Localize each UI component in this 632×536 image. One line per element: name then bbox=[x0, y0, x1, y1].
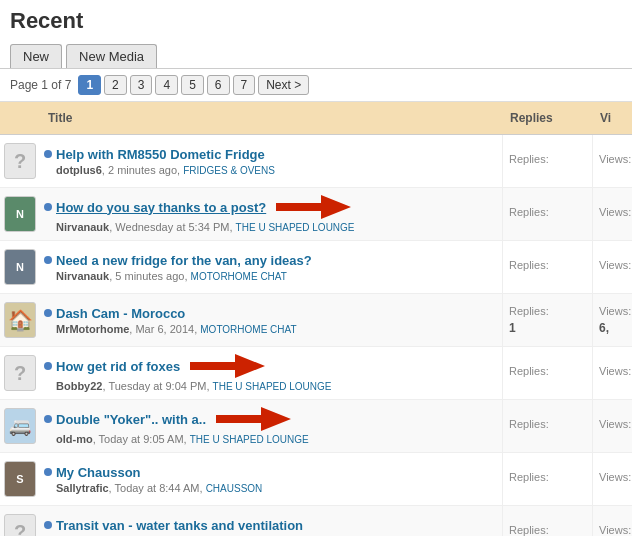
avatar: S bbox=[4, 461, 36, 497]
thread-author: Nirvanauk bbox=[56, 221, 109, 233]
views-col: Views: bbox=[592, 188, 632, 240]
thread-meta: Sallytrafic, Today at 8:44 AM, Chausson bbox=[44, 482, 494, 494]
table-row: 🏠Dash Cam - MoroccoMrMotorhome, Mar 6, 2… bbox=[0, 294, 632, 347]
status-dot bbox=[44, 521, 52, 529]
col-views: Vi bbox=[592, 107, 632, 129]
views-value: 6, bbox=[599, 321, 626, 335]
table-row: ?Help with RM8550 Dometic Fridgedotplus6… bbox=[0, 135, 632, 188]
thread-author: dotplus6 bbox=[56, 164, 102, 176]
replies-label: Replies: bbox=[509, 365, 586, 377]
thread-category: FRIDGES & OVENS bbox=[183, 165, 275, 176]
thread-info: Double "Yoker".. with a.. old-mo, Today … bbox=[40, 401, 502, 451]
page-btn-2[interactable]: 2 bbox=[104, 75, 127, 95]
thread-author: MrMotorhome bbox=[56, 323, 129, 335]
views-label: Views: bbox=[599, 206, 626, 218]
thread-title-link[interactable]: How do you say thanks to a post? bbox=[56, 200, 266, 215]
views-label: Views: bbox=[599, 418, 626, 430]
page-btn-6[interactable]: 6 bbox=[207, 75, 230, 95]
views-label: Views: bbox=[599, 471, 626, 483]
replies-col: Replies: bbox=[502, 188, 592, 240]
thread-author: old-mo bbox=[56, 433, 93, 445]
views-label: Views: bbox=[599, 365, 626, 377]
thread-title-link[interactable]: Transit van - water tanks and ventilatio… bbox=[56, 518, 303, 533]
col-avatar bbox=[0, 107, 40, 129]
arrow-indicator-icon bbox=[216, 407, 291, 431]
replies-label: Replies: bbox=[509, 206, 586, 218]
thread-category: THE U SHAPED LOUNGE bbox=[190, 434, 309, 445]
table-row: ?How get rid of foxes Bobby22, Tuesday a… bbox=[0, 347, 632, 400]
avatar-question-icon: ? bbox=[14, 362, 26, 385]
table-row: ?Transit van - water tanks and ventilati… bbox=[0, 506, 632, 536]
thread-time: Today at 9:05 AM bbox=[99, 433, 184, 445]
avatar: N bbox=[4, 196, 36, 232]
thread-title-link[interactable]: My Chausson bbox=[56, 465, 141, 480]
status-dot bbox=[44, 415, 52, 423]
thread-title-link[interactable]: Help with RM8550 Dometic Fridge bbox=[56, 147, 265, 162]
avatar-person-icon: N bbox=[5, 197, 35, 231]
page-btn-3[interactable]: 3 bbox=[130, 75, 153, 95]
status-dot bbox=[44, 256, 52, 264]
arrow-indicator-icon bbox=[276, 195, 351, 219]
page-btn-5[interactable]: 5 bbox=[181, 75, 204, 95]
status-dot bbox=[44, 309, 52, 317]
views-col: Views: bbox=[592, 347, 632, 399]
thread-time: Wednesday at 5:34 PM bbox=[115, 221, 229, 233]
svg-marker-1 bbox=[190, 354, 265, 378]
replies-col: Replies: bbox=[502, 453, 592, 505]
thread-meta: MrMotorhome, Mar 6, 2014, MOTORHOME CHAT bbox=[44, 323, 494, 335]
col-replies: Replies bbox=[502, 107, 592, 129]
thread-info: How do you say thanks to a post? Nirvana… bbox=[40, 189, 502, 239]
thread-title-link[interactable]: Need a new fridge for the van, any ideas… bbox=[56, 253, 312, 268]
avatar-house-icon: 🏠 bbox=[8, 308, 33, 332]
thread-info: My ChaussonSallytrafic, Today at 8:44 AM… bbox=[40, 459, 502, 500]
col-title: Title bbox=[40, 107, 502, 129]
replies-col: Replies: bbox=[502, 347, 592, 399]
status-dot bbox=[44, 150, 52, 158]
thread-author: Sallytrafic bbox=[56, 482, 109, 494]
avatar: ? bbox=[4, 514, 36, 536]
thread-time: Today at 8:44 AM bbox=[115, 482, 200, 494]
avatar: 🚐 bbox=[4, 408, 36, 444]
page-btn-4[interactable]: 4 bbox=[155, 75, 178, 95]
replies-label: Replies: bbox=[509, 305, 586, 317]
thread-time: 5 minutes ago bbox=[115, 270, 184, 282]
thread-category: MOTORHOME CHAT bbox=[191, 271, 287, 282]
replies-col: Replies: bbox=[502, 135, 592, 187]
replies-label: Replies: bbox=[509, 524, 586, 536]
avatar-question-icon: ? bbox=[14, 150, 26, 173]
table-row: 🚐Double "Yoker".. with a.. old-mo, Today… bbox=[0, 400, 632, 453]
page-btn-next[interactable]: Next > bbox=[258, 75, 309, 95]
avatar: N bbox=[4, 249, 36, 285]
pagination: Page 1 of 7 1 2 3 4 5 6 7 Next > bbox=[0, 69, 632, 101]
replies-label: Replies: bbox=[509, 418, 586, 430]
arrow-indicator-icon bbox=[190, 354, 265, 378]
thread-title-link[interactable]: How get rid of foxes bbox=[56, 359, 180, 374]
replies-col: Replies: bbox=[502, 400, 592, 452]
views-label: Views: bbox=[599, 524, 626, 536]
thread-meta: old-mo, Today at 9:05 AM, THE U SHAPED L… bbox=[44, 433, 494, 445]
thread-meta: dotplus6, 2 minutes ago, FRIDGES & OVENS bbox=[44, 164, 494, 176]
thread-title-link[interactable]: Double "Yoker".. with a.. bbox=[56, 412, 206, 427]
page-btn-7[interactable]: 7 bbox=[233, 75, 256, 95]
avatar: ? bbox=[4, 355, 36, 391]
thread-category: MOTORHOME CHAT bbox=[200, 324, 296, 335]
thread-time: 2 minutes ago bbox=[108, 164, 177, 176]
tab-new-media[interactable]: New Media bbox=[66, 44, 157, 68]
replies-label: Replies: bbox=[509, 471, 586, 483]
views-col: Views: bbox=[592, 506, 632, 536]
thread-title-link[interactable]: Dash Cam - Morocco bbox=[56, 306, 185, 321]
thread-time: Mar 6, 2014 bbox=[135, 323, 194, 335]
thread-info: Dash Cam - MoroccoMrMotorhome, Mar 6, 20… bbox=[40, 300, 502, 341]
status-dot bbox=[44, 468, 52, 476]
thread-info: Transit van - water tanks and ventilatio… bbox=[40, 512, 502, 537]
svg-marker-2 bbox=[216, 407, 291, 431]
replies-label: Replies: bbox=[509, 259, 586, 271]
thread-time: Tuesday at 9:04 PM bbox=[108, 380, 206, 392]
views-col: Views: bbox=[592, 400, 632, 452]
page-btn-1[interactable]: 1 bbox=[78, 75, 101, 95]
thread-meta: Nirvanauk, 5 minutes ago, MOTORHOME CHAT bbox=[44, 270, 494, 282]
replies-label: Replies: bbox=[509, 153, 586, 165]
tab-new[interactable]: New bbox=[10, 44, 62, 68]
status-dot bbox=[44, 203, 52, 211]
thread-category: Chausson bbox=[206, 483, 263, 494]
